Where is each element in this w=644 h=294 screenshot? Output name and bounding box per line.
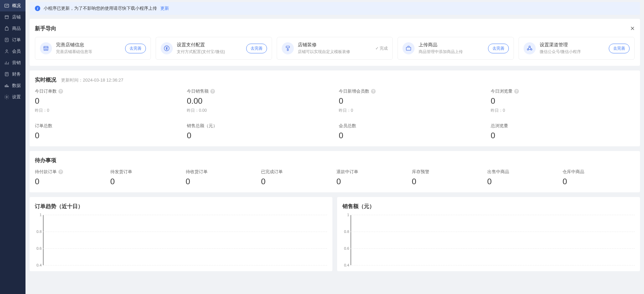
guide-desc: 微信公众号/微信小程序 (540, 49, 605, 55)
briefcase-icon (402, 42, 415, 54)
sidebar-item-label: 店铺 (12, 14, 21, 20)
stat-value: 0.00 (187, 96, 331, 106)
realtime-today-grid: 今日订单数? 0 昨日：0 今日销售额? 0.00 昨日：0.00 今日新增会员… (35, 88, 635, 140)
calc-icon (4, 71, 9, 77)
guide-card-shop-info: 完善店铺信息 完善店铺基础信息等 去完善 (35, 37, 151, 60)
todo-grid: 待付款订单? 0 待发货订单 0 待收货订单 0 已完成订单 0 退款中订单 (35, 169, 635, 186)
help-icon[interactable]: ? (371, 89, 376, 94)
todo-in-warehouse: 仓库中商品 0 (562, 169, 635, 186)
stat-value: 0 (491, 131, 635, 140)
sidebar-item-marketing[interactable]: 营销 (0, 57, 25, 68)
sidebar-item-data[interactable]: 数据 (0, 80, 25, 91)
guide-action-button[interactable]: 去完善 (488, 44, 509, 53)
alert-link[interactable]: 更新 (160, 5, 169, 11)
sidebar-item-label: 设置 (12, 94, 21, 100)
data-icon (4, 83, 9, 88)
stat-prev: 昨日：0 (339, 108, 483, 113)
sidebar-item-goods[interactable]: 商品 (0, 23, 25, 34)
guide-title: 店铺装修 (298, 42, 371, 48)
guide-action-button[interactable]: 去完善 (125, 44, 146, 53)
svg-rect-8 (407, 47, 411, 50)
guide-desc: 店铺可以实现自定义模板装修 (298, 49, 371, 55)
stat-total-orders: 订单总数 0 (35, 123, 179, 140)
svg-rect-7 (287, 49, 288, 51)
stat-value: 0 (339, 131, 483, 140)
update-alert: i 小程序已更新，为了不影响您的使用请尽快下载小程序上传更新 (30, 2, 640, 15)
sidebar-item-orders[interactable]: 订单 (0, 34, 25, 46)
chart-title: 订单趋势（近十日） (35, 203, 83, 210)
stat-prev: 昨日：0 (35, 108, 179, 113)
stat-today-members: 今日新增会员数? 0 昨日：0 (339, 88, 483, 113)
guide-action-button[interactable]: 去完善 (246, 44, 267, 53)
stat-value: 0 (491, 96, 635, 106)
todo-pending-ship: 待发货订单 0 (110, 169, 182, 186)
todo-pending-pay: 待付款订单? 0 (35, 169, 107, 186)
trend-icon (4, 3, 9, 8)
guide-card-upload-goods: 上传商品 商品管理中添加商品上传 去完善 (397, 37, 514, 60)
svg-point-4 (6, 96, 7, 98)
svg-rect-6 (286, 46, 289, 48)
user-icon (4, 49, 9, 54)
sales-chart: 销售额（元） 1 0.8 0.6 0.4 (337, 197, 640, 271)
stat-today-sales: 今日销售额? 0.00 昨日：0.00 (187, 88, 331, 113)
todo-stock-warning: 库存预警 0 (412, 169, 484, 186)
sidebar-item-label: 数据 (12, 83, 21, 89)
stat-prev: 昨日：0.00 (187, 108, 331, 113)
svg-rect-1 (5, 38, 8, 42)
stat-total-sales: 销售总额（元） 0 (187, 123, 331, 140)
sidebar-item-label: 会员 (12, 48, 21, 54)
close-icon[interactable]: × (630, 25, 635, 32)
alert-text: 小程序已更新，为了不影响您的使用请尽快下载小程序上传 (44, 5, 157, 11)
chart-plot-area: 1 0.8 0.6 0.4 (43, 215, 327, 265)
guide-card-decorate: 店铺装修 店铺可以实现自定义模板装修 ✓完成 (277, 37, 393, 60)
sidebar-item-label: 订单 (12, 37, 21, 43)
shop-icon (40, 42, 52, 54)
help-icon[interactable]: ? (514, 89, 519, 94)
stat-today-views: 今日浏览量? 0 昨日：0 (491, 88, 635, 113)
guide-title: 设置支付配置 (177, 42, 242, 48)
guide-title: 设置渠道管理 (540, 42, 605, 48)
main-content: i 小程序已更新，为了不影响您的使用请尽快下载小程序上传更新 新手导向 × 完善… (25, 0, 644, 294)
svg-point-2 (6, 50, 8, 51)
sidebar-item-label: 财务 (12, 71, 21, 77)
chart-plot-area: 1 0.8 0.6 0.4 (351, 215, 635, 265)
sidebar-item-overview[interactable]: 概况 (0, 0, 25, 11)
realtime-updated: 更新时间：2024-03-18 12:36:27 (61, 77, 123, 83)
help-icon[interactable]: ? (58, 169, 63, 174)
stat-prev: 昨日：0 (491, 108, 635, 113)
check-icon: ✓ (375, 46, 379, 51)
sidebar-item-shop[interactable]: 店铺 (0, 11, 25, 23)
order-trend-chart: 订单趋势（近十日） 1 0.8 0.6 0.4 (30, 197, 332, 271)
guide-title: 新手导向 (35, 25, 56, 32)
sidebar-item-members[interactable]: 会员 (0, 46, 25, 57)
todo-on-sale: 出售中商品 0 (487, 169, 559, 186)
todo-title: 待办事项 (35, 157, 56, 164)
svg-point-9 (529, 46, 530, 47)
guide-desc: 支付方式配置(支付宝/微信) (177, 49, 242, 55)
guide-action-button[interactable]: 去完善 (609, 44, 630, 53)
stat-value: 0 (35, 96, 179, 106)
sidebar-item-finance[interactable]: 财务 (0, 68, 25, 80)
bag-icon (4, 26, 9, 31)
guide-done-badge: ✓完成 (375, 46, 388, 51)
chart-title: 销售额（元） (342, 203, 375, 210)
guide-card-channel: 设置渠道管理 微信公众号/微信小程序 去完善 (519, 37, 635, 60)
help-icon[interactable]: ? (58, 89, 63, 94)
paint-icon (282, 42, 294, 54)
yen-icon (161, 42, 173, 54)
guide-desc: 商品管理中添加商品上传 (419, 49, 484, 55)
stat-value: 0 (35, 131, 179, 140)
stat-total-members: 会员总数 0 (339, 123, 483, 140)
guide-cards: 完善店铺信息 完善店铺基础信息等 去完善 设置支付配置 支付方式配置(支付宝/微… (35, 37, 635, 60)
realtime-title: 实时概况 (35, 77, 56, 84)
sidebar-item-label: 营销 (12, 60, 21, 66)
guide-title: 完善店铺信息 (56, 42, 121, 48)
stat-value: 0 (187, 131, 331, 140)
charts-row: 订单趋势（近十日） 1 0.8 0.6 0.4 销售额（元） (30, 197, 640, 271)
sidebar-item-label: 概况 (12, 3, 21, 9)
help-icon[interactable]: ? (210, 89, 215, 94)
channel-icon (524, 42, 536, 54)
stat-total-views: 总浏览量 0 (491, 123, 635, 140)
store-icon (4, 14, 9, 20)
sidebar-item-settings[interactable]: 设置 (0, 91, 25, 103)
